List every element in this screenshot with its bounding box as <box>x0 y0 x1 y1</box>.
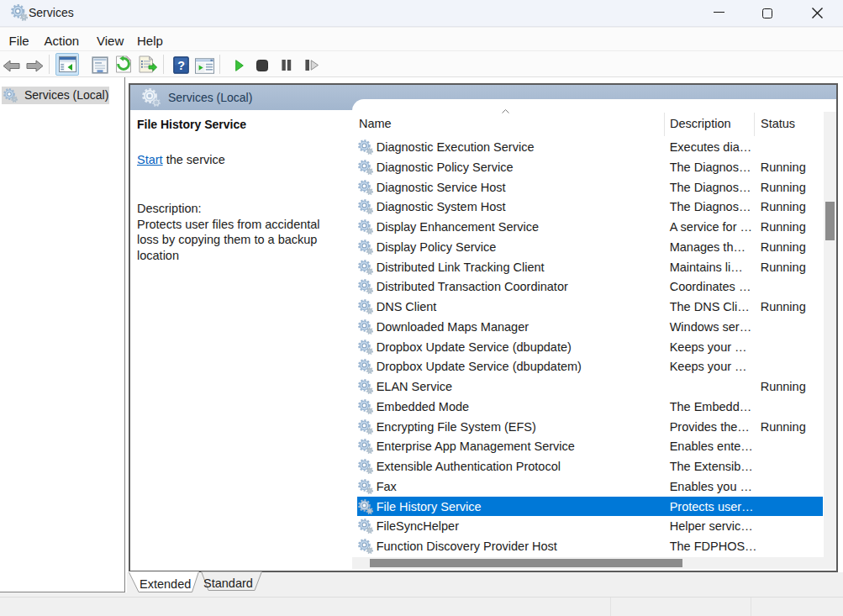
svg-text:?: ? <box>177 59 185 72</box>
